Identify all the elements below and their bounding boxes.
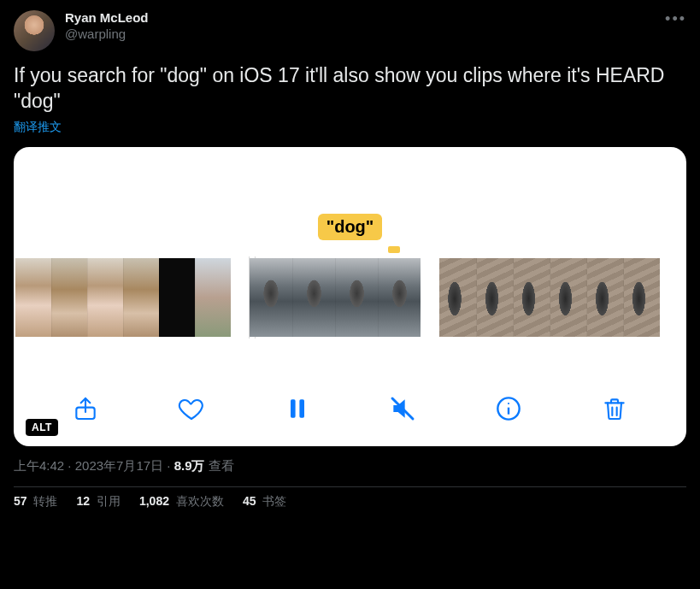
share-icon bbox=[72, 395, 99, 426]
views-label: 查看 bbox=[205, 458, 234, 473]
tweet-header: Ryan McLeod @warpling ••• bbox=[14, 10, 686, 51]
likes-stat[interactable]: 1,082 喜欢次数 bbox=[139, 494, 224, 509]
heart-icon bbox=[178, 395, 205, 426]
timeline-frame bbox=[550, 258, 586, 337]
caption-tooltip-row: "dog" bbox=[14, 214, 686, 240]
clip-group-3[interactable] bbox=[439, 258, 660, 337]
bookmarks-stat[interactable]: 45 书签 bbox=[243, 494, 286, 509]
stats-row: 57 转推 12 引用 1,082 喜欢次数 45 书签 bbox=[14, 494, 686, 516]
timeline-frame bbox=[335, 258, 378, 337]
user-handle: @warpling bbox=[65, 27, 149, 43]
caption-tick bbox=[388, 246, 400, 253]
pause-icon bbox=[284, 395, 311, 426]
tweet-meta: 上午4:42 · 2023年7月17日 · 8.9万 查看 bbox=[14, 458, 686, 474]
share-button[interactable] bbox=[68, 393, 103, 427]
avatar[interactable] bbox=[14, 10, 55, 51]
timeline-frame bbox=[51, 258, 87, 337]
clip-group-1[interactable] bbox=[15, 258, 231, 337]
svg-rect-2 bbox=[299, 399, 304, 417]
timeline-frame bbox=[378, 258, 421, 337]
timeline-frame bbox=[195, 258, 231, 337]
svg-point-6 bbox=[508, 403, 509, 404]
timeline-frame bbox=[159, 258, 195, 337]
views-count: 8.9万 bbox=[174, 458, 205, 473]
timeline-frame bbox=[250, 258, 292, 337]
pause-button[interactable] bbox=[280, 393, 315, 427]
retweets-stat[interactable]: 57 转推 bbox=[14, 494, 57, 509]
tweet-date[interactable]: 2023年7月17日 bbox=[75, 458, 163, 473]
clip-group-2[interactable] bbox=[250, 258, 421, 337]
timeline-frame bbox=[623, 258, 660, 337]
timeline-frame bbox=[87, 258, 123, 337]
info-button[interactable] bbox=[491, 393, 526, 427]
media-card[interactable]: "dog" bbox=[14, 147, 686, 446]
delete-button[interactable] bbox=[597, 393, 632, 427]
timeline-frame bbox=[292, 258, 335, 337]
timeline-frame bbox=[15, 258, 51, 337]
mute-icon bbox=[389, 395, 416, 426]
caption-tooltip: "dog" bbox=[318, 214, 383, 240]
user-block[interactable]: Ryan McLeod @warpling bbox=[65, 10, 149, 43]
tweet-time[interactable]: 上午4:42 bbox=[14, 458, 64, 473]
timeline-frame bbox=[439, 258, 476, 337]
alt-badge[interactable]: ALT bbox=[26, 419, 58, 436]
divider bbox=[14, 486, 686, 487]
mute-button[interactable] bbox=[385, 393, 420, 427]
svg-rect-1 bbox=[291, 399, 296, 417]
quotes-stat[interactable]: 12 引用 bbox=[76, 494, 120, 509]
translate-link[interactable]: 翻译推文 bbox=[14, 120, 62, 135]
tweet-text: If you search for "dog" on iOS 17 it'll … bbox=[14, 63, 686, 115]
trash-icon bbox=[601, 395, 628, 426]
info-icon bbox=[495, 395, 522, 426]
timeline-strip[interactable] bbox=[14, 256, 686, 339]
media-toolbar bbox=[14, 393, 686, 427]
timeline-frame bbox=[476, 258, 513, 337]
timeline-frame bbox=[513, 258, 550, 337]
more-button[interactable]: ••• bbox=[665, 10, 686, 28]
timeline-frame bbox=[123, 258, 159, 337]
tweet-container: Ryan McLeod @warpling ••• If you search … bbox=[0, 0, 700, 516]
display-name: Ryan McLeod bbox=[65, 10, 149, 27]
timeline-frame bbox=[586, 258, 623, 337]
favorite-button[interactable] bbox=[174, 393, 209, 427]
